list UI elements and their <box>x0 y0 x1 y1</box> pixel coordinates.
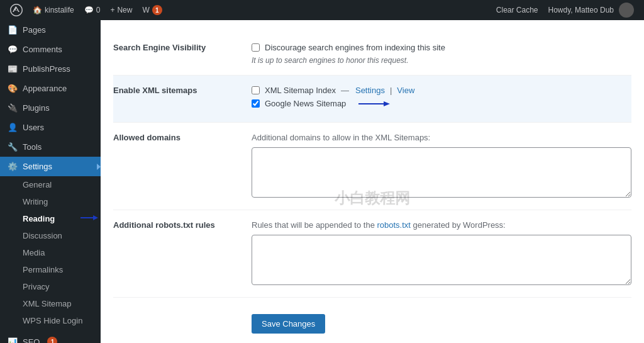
sidebar-menu: 📄 Pages 💬 Comments 📰 PublishPress 🎨 <box>0 20 101 329</box>
xml-sitemaps-field: XML Sitemap Index — Settings | View Goog… <box>252 76 631 123</box>
robots-txt-field: Rules that will be appended to the robot… <box>252 210 631 298</box>
submenu-item-general-wrapper: General <box>0 176 101 193</box>
sidebar-item-publishpress-wrapper: 📰 PublishPress <box>0 59 101 79</box>
sidebar-item-users[interactable]: 👤 Users <box>0 118 101 137</box>
avatar <box>619 3 634 18</box>
submenu-item-wps-hide-login[interactable]: WPS Hide Login <box>0 312 101 329</box>
search-engine-checkbox-row: Discourage search engines from indexing … <box>252 43 631 52</box>
tools-icon: 🔧 <box>8 142 18 152</box>
sidebar-item-settings-label: Settings <box>23 162 52 171</box>
reading-arrow-icon <box>80 214 98 223</box>
users-icon: 👤 <box>8 123 18 132</box>
sidebar-item-plugins-label: Plugins <box>23 103 50 113</box>
sidebar-item-comments[interactable]: 💬 Comments <box>0 40 101 59</box>
seo-badge: 1 <box>47 337 57 343</box>
sidebar-item-comments-label: Comments <box>23 45 62 54</box>
plugins-icon: 🔌 <box>8 103 18 113</box>
submenu-item-writing[interactable]: Writing <box>0 193 101 210</box>
sidebar-item-tools[interactable]: 🔧 Tools <box>0 137 101 157</box>
search-engine-visibility-label: Search Engine Visibility <box>113 33 252 76</box>
sidebar-item-appearance-label: Appearance <box>23 84 67 93</box>
sidebar-item-comments-wrapper: 💬 Comments <box>0 40 101 59</box>
clear-cache-button[interactable]: Clear Cache <box>491 0 543 20</box>
robots-txt-row: Additional robots.txt rules Rules that w… <box>113 210 631 298</box>
submenu-item-reading[interactable]: Reading <box>0 210 80 227</box>
sidebar-item-seo-label: SEO <box>23 337 40 344</box>
sidebar-item-tools-label: Tools <box>23 142 42 152</box>
submenu-item-wps-hide-login-wrapper: WPS Hide Login <box>0 312 101 329</box>
plugin-button[interactable]: W 1 <box>137 0 167 20</box>
xml-sitemap-dash: — <box>341 86 349 95</box>
submenu-item-permalinks[interactable]: Permalinks <box>0 261 101 278</box>
xml-sitemap-index-row: XML Sitemap Index — Settings | View <box>252 86 631 95</box>
sidebar-item-appearance[interactable]: 🎨 Appearance <box>0 79 101 98</box>
publishpress-icon: 📰 <box>8 64 18 74</box>
clear-cache-label: Clear Cache <box>496 6 538 14</box>
sidebar-item-plugins-wrapper: 🔌 Plugins <box>0 98 101 118</box>
xml-sitemap-index-checkbox[interactable] <box>252 86 260 94</box>
sidebar-item-pages-label: Pages <box>23 25 46 35</box>
comments-icon: 💬 <box>8 45 18 54</box>
robots-txt-suffix: generated by WordPress: <box>411 220 506 230</box>
allowed-domains-row: Allowed domains Additional domains to al… <box>113 123 631 210</box>
submenu-item-xml-sitemap[interactable]: XML Sitemap <box>0 295 101 312</box>
submenu-item-discussion[interactable]: Discussion <box>0 227 101 244</box>
settings-table: Search Engine Visibility Discourage sear… <box>113 33 631 343</box>
howdy-button[interactable]: Howdy, Matteo Dub <box>543 0 640 20</box>
allowed-domains-description: Additional domains to allow in the XML S… <box>252 133 631 142</box>
plugin-icon: W <box>142 6 149 14</box>
site-name-button[interactable]: 🏠 kinstalife <box>28 0 79 20</box>
allowed-domains-textarea[interactable] <box>252 147 631 198</box>
sidebar-item-pages[interactable]: 📄 Pages <box>0 20 101 40</box>
pages-icon: 📄 <box>8 25 18 35</box>
comments-button[interactable]: 💬 0 <box>79 0 106 20</box>
xml-sitemap-view-link[interactable]: View <box>397 86 414 95</box>
allowed-domains-field: Additional domains to allow in the XML S… <box>252 123 631 210</box>
xml-sitemap-settings-link[interactable]: Settings <box>355 86 385 95</box>
content-area: 小白教程网 Search Engine Visibility Discour <box>101 20 644 343</box>
robots-txt-prefix: Rules that will be appended to the <box>252 220 377 230</box>
sidebar-item-seo[interactable]: 📊 SEO 1 <box>0 332 101 343</box>
new-button[interactable]: + New <box>105 0 137 20</box>
xml-sitemap-separator: | <box>390 86 392 95</box>
robots-txt-description: Rules that will be appended to the robot… <box>252 220 631 230</box>
comments-icon: 💬 <box>84 6 94 14</box>
sidebar-item-pages-wrapper: 📄 Pages <box>0 20 101 40</box>
search-engine-visibility-row: Search Engine Visibility Discourage sear… <box>113 33 631 76</box>
search-engine-visibility-checkbox-label: Discourage search engines from indexing … <box>265 43 445 52</box>
sidebar-item-plugins[interactable]: 🔌 Plugins <box>0 98 101 118</box>
sidebar-item-settings[interactable]: ⚙️ Settings <box>0 157 101 176</box>
sidebar-item-publishpress-label: PublishPress <box>23 64 70 74</box>
sidebar-item-users-wrapper: 👤 Users <box>0 118 101 137</box>
sidebar-item-users-label: Users <box>23 123 44 132</box>
sidebar-item-tools-wrapper: 🔧 Tools <box>0 137 101 157</box>
submenu-item-privacy[interactable]: Privacy <box>0 278 101 295</box>
svg-marker-1 <box>93 215 98 220</box>
wp-logo-button[interactable] <box>5 0 28 20</box>
google-news-sitemap-checkbox[interactable] <box>252 99 260 108</box>
sidebar-item-appearance-wrapper: 🎨 Appearance <box>0 79 101 98</box>
settings-icon: ⚙️ <box>8 162 18 171</box>
save-button[interactable]: Save Changes <box>252 314 325 334</box>
submenu-item-media-wrapper: Media <box>0 244 101 261</box>
settings-submenu: General Writing Reading <box>0 176 101 329</box>
save-button-cell: Save Changes <box>252 298 631 344</box>
google-news-arrow-annotation <box>358 99 390 108</box>
submenu-item-media[interactable]: Media <box>0 244 101 261</box>
submenu-item-permalinks-wrapper: Permalinks <box>0 261 101 278</box>
robots-txt-textarea[interactable] <box>252 235 631 285</box>
robots-txt-label: Additional robots.txt rules <box>113 210 252 298</box>
search-engine-visibility-field: Discourage search engines from indexing … <box>252 33 631 76</box>
plugin-badge: 1 <box>152 5 162 15</box>
plus-icon: + <box>110 6 114 14</box>
content-wrapper: 小白教程网 Search Engine Visibility Discour <box>101 20 644 343</box>
sidebar-item-publishpress[interactable]: 📰 PublishPress <box>0 59 101 79</box>
submenu-item-discussion-wrapper: Discussion <box>0 227 101 244</box>
search-engine-visibility-description: It is up to search engines to honor this… <box>252 56 631 65</box>
submenu-item-general[interactable]: General <box>0 176 101 193</box>
submenu-item-xml-sitemap-wrapper: XML Sitemap <box>0 295 101 312</box>
google-news-sitemap-label: Google News Sitemap <box>265 99 346 108</box>
search-engine-visibility-checkbox[interactable] <box>252 43 260 52</box>
sidebar-item-settings-wrapper: ⚙️ Settings General Writing Reading <box>0 157 101 329</box>
robots-txt-link[interactable]: robots.txt <box>377 220 410 230</box>
